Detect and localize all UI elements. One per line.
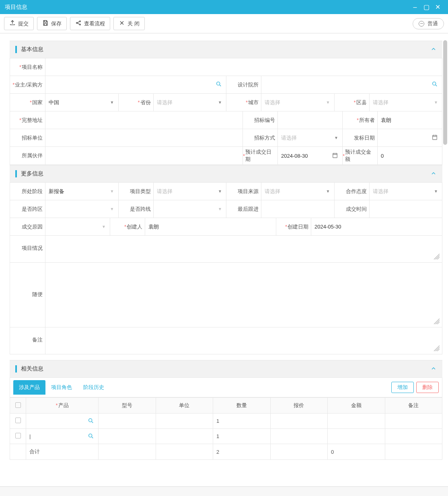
product-table: 产品 型号 单位 数量 报价 金额 备注 1 | — [10, 397, 442, 460]
placeholder-district: 请选择 — [373, 99, 388, 106]
window-title: 项目信息 — [5, 4, 27, 11]
label-last-follow: 最后跟进 — [226, 200, 261, 218]
cell-product[interactable]: | — [29, 433, 31, 439]
cell-quote[interactable] — [270, 414, 328, 429]
delete-button[interactable]: 删除 — [416, 382, 439, 393]
input-est-deal-amt[interactable]: 0 — [378, 147, 442, 165]
cell-quote[interactable] — [270, 429, 328, 444]
resize-icon[interactable] — [433, 253, 440, 261]
input-last-follow[interactable] — [261, 200, 334, 218]
resize-icon[interactable] — [433, 318, 440, 325]
cell-unit[interactable] — [156, 414, 213, 429]
search-icon[interactable] — [432, 81, 438, 88]
cell-model[interactable] — [99, 429, 156, 444]
select-city[interactable]: 请选择▼ — [261, 94, 334, 111]
textarea-casual[interactable] — [45, 263, 442, 327]
section-basic-header[interactable]: 基本信息 — [10, 41, 442, 58]
input-owner[interactable]: 袁朗 — [378, 111, 442, 129]
input-est-deal-date[interactable]: 2024-08-30 — [278, 147, 342, 165]
cell-model[interactable] — [99, 414, 156, 429]
calendar-icon[interactable] — [432, 134, 438, 142]
input-deal-time[interactable] — [370, 200, 442, 218]
close-button[interactable]: 关 闭 — [113, 17, 145, 30]
select-cross-line[interactable]: ▼ — [154, 200, 226, 218]
input-partner[interactable] — [45, 147, 242, 165]
table-row[interactable]: 1 — [10, 414, 442, 429]
select-cross-region[interactable]: ▼ — [45, 200, 118, 218]
label-project-name: 项目名称 — [10, 58, 45, 76]
textarea-remark[interactable] — [45, 327, 442, 354]
col-product: 产品 — [55, 402, 68, 408]
input-issue-date[interactable] — [378, 129, 442, 146]
toolbar: 提交 保存 查看流程 关 闭 普通 — [0, 14, 448, 33]
caret-down-icon: ▼ — [102, 224, 106, 229]
content-scroll[interactable]: 基本信息 项目名称 业主/采购方 设计院所 国家 中国▼ 省份 请选择▼ 城市 … — [0, 33, 448, 496]
input-project-name[interactable] — [45, 58, 442, 76]
table-row[interactable]: | 1 — [10, 429, 442, 444]
select-deal-reason[interactable]: ▼ — [45, 218, 110, 235]
add-button[interactable]: 增加 — [391, 382, 414, 393]
select-proj-type[interactable]: 请选择▼ — [154, 183, 226, 200]
label-est-deal-amt: 预计成交金额 — [342, 147, 378, 165]
submit-button[interactable]: 提交 — [4, 17, 34, 30]
scrollbar[interactable] — [443, 38, 447, 467]
share-icon — [75, 20, 82, 27]
input-full-addr[interactable] — [45, 111, 242, 129]
label-est-deal-date: 预计成交日期 — [242, 147, 278, 165]
view-flow-button[interactable]: 查看流程 — [70, 17, 110, 30]
input-create-date[interactable]: 2024-05-30 — [311, 218, 442, 235]
input-bid-no[interactable] — [278, 111, 342, 129]
cell-unit[interactable] — [156, 429, 213, 444]
priority-label: 普通 — [427, 20, 438, 27]
label-partner: 所属伙伴 — [10, 147, 45, 165]
textarea-proj-desc[interactable] — [45, 236, 442, 262]
search-icon[interactable] — [88, 433, 94, 440]
save-button[interactable]: 保存 — [37, 17, 67, 30]
resize-icon[interactable] — [433, 345, 440, 352]
value-owner: 袁朗 — [381, 117, 391, 124]
calendar-icon[interactable] — [332, 152, 338, 160]
search-icon[interactable] — [216, 81, 222, 88]
select-bid-method[interactable]: 请选择▼ — [278, 129, 342, 146]
input-creator[interactable]: 袁朗 — [145, 218, 276, 235]
select-province[interactable]: 请选择▼ — [154, 94, 226, 111]
minimize-icon[interactable]: – — [409, 4, 421, 11]
label-country: 国家 — [10, 94, 45, 111]
section-more-header[interactable]: 更多信息 — [10, 165, 442, 183]
select-stage[interactable]: 新报备▼ — [45, 183, 118, 200]
cell-qty[interactable]: 1 — [213, 414, 271, 429]
caret-down-icon: ▼ — [110, 207, 114, 211]
col-quote: 报价 — [270, 398, 328, 414]
input-bid-org[interactable] — [45, 129, 242, 146]
cell-remark[interactable] — [385, 429, 442, 444]
select-proj-source[interactable]: 请选择▼ — [261, 183, 334, 200]
select-country[interactable]: 中国▼ — [45, 94, 118, 111]
priority-selector[interactable]: 普通 — [413, 18, 444, 29]
tab-roles[interactable]: 项目角色 — [45, 380, 78, 395]
cell-total-label: 合计 — [26, 444, 99, 460]
tab-history[interactable]: 阶段历史 — [78, 380, 110, 395]
caret-down-icon: ▼ — [334, 136, 338, 140]
input-design-inst[interactable] — [261, 76, 442, 93]
checkbox-row[interactable] — [15, 418, 21, 423]
section-basic-title: 基本信息 — [21, 46, 43, 53]
select-coop-attitude[interactable]: 请选择▼ — [370, 183, 442, 200]
value-creator: 袁朗 — [148, 223, 159, 231]
maximize-icon[interactable]: ▢ — [421, 3, 432, 11]
checkbox-row[interactable] — [15, 433, 21, 438]
section-related-header[interactable]: 相关信息 — [10, 360, 442, 378]
cell-amount[interactable] — [328, 414, 385, 429]
cell-amount[interactable] — [328, 429, 385, 444]
search-icon[interactable] — [88, 418, 94, 425]
label-create-date: 创建日期 — [276, 218, 311, 235]
caret-down-icon: ▼ — [434, 189, 438, 193]
value-est-deal-date: 2024-08-30 — [281, 153, 308, 159]
tab-products[interactable]: 涉及产品 — [13, 380, 45, 395]
checkbox-all[interactable] — [15, 402, 21, 408]
close-label: 关 闭 — [127, 20, 140, 27]
select-district[interactable]: 请选择▼ — [370, 94, 442, 111]
input-owner-buyer[interactable] — [45, 76, 226, 93]
cell-qty[interactable]: 1 — [213, 429, 271, 444]
cell-remark[interactable] — [385, 414, 442, 429]
close-window-icon[interactable]: ✕ — [432, 3, 443, 11]
